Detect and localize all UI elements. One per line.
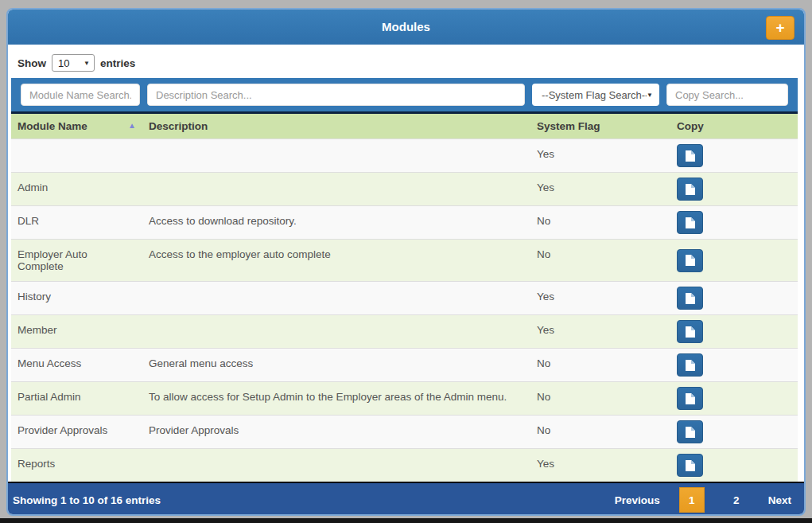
description-cell bbox=[142, 173, 530, 206]
chevron-down-icon: ▼ bbox=[84, 60, 90, 67]
system-flag-cell: Yes bbox=[530, 282, 670, 315]
file-icon bbox=[686, 150, 695, 162]
module-name-cell: Employer Auto Complete bbox=[11, 240, 142, 282]
show-entries-row: Show 10 ▼ entries bbox=[11, 45, 798, 78]
previous-page-button[interactable]: Previous bbox=[615, 494, 660, 506]
module-name-cell: Partial Admin bbox=[11, 382, 142, 416]
system-flag-cell: Yes bbox=[530, 173, 670, 206]
description-cell: To allow access for Setup Admin to the E… bbox=[142, 382, 530, 416]
module-name-cell: Admin bbox=[11, 173, 142, 206]
column-header-copy[interactable]: Copy bbox=[670, 114, 798, 139]
next-page-button[interactable]: Next bbox=[768, 494, 791, 506]
module-name-cell: History bbox=[11, 282, 142, 315]
description-cell bbox=[142, 139, 530, 173]
copy-cell bbox=[670, 349, 798, 382]
module-name-cell: Menu Access bbox=[11, 349, 142, 382]
filter-bar: --System Flag Search-- ▼ bbox=[11, 78, 798, 114]
file-icon bbox=[686, 293, 695, 304]
module-name-cell: Member bbox=[11, 315, 142, 349]
system-flag-select[interactable]: --System Flag Search-- ▼ bbox=[532, 84, 659, 106]
column-header-system-flag[interactable]: System Flag bbox=[530, 114, 670, 139]
table-row[interactable]: Menu Access General menu access No bbox=[11, 349, 798, 382]
show-entries-value: 10 bbox=[58, 57, 69, 69]
table-row[interactable]: History Yes bbox=[11, 282, 798, 315]
show-entries-select[interactable]: 10 ▼ bbox=[52, 54, 95, 72]
file-icon bbox=[686, 360, 695, 371]
screen-bottom-edge bbox=[0, 518, 812, 523]
description-cell: Access to download repository. bbox=[142, 206, 530, 240]
showing-entries-status: Showing 1 to 10 of 16 entries bbox=[13, 494, 615, 506]
copy-module-button[interactable] bbox=[677, 211, 703, 234]
table-row[interactable]: DLR Access to download repository. No bbox=[11, 206, 798, 240]
table-row[interactable]: Yes bbox=[11, 139, 798, 173]
description-cell: Access to the employer auto complete bbox=[142, 240, 530, 282]
copy-cell bbox=[670, 382, 798, 416]
column-header-description[interactable]: Description bbox=[142, 114, 530, 139]
copy-module-button[interactable] bbox=[677, 320, 703, 343]
panel-footer: Showing 1 to 10 of 16 entries Previous 1… bbox=[8, 482, 804, 516]
description-cell: General menu access bbox=[142, 349, 530, 382]
system-flag-cell: No bbox=[530, 349, 670, 382]
file-icon bbox=[686, 393, 695, 404]
table-body: Yes Admin Yes DLR Access to download rep… bbox=[11, 139, 798, 482]
copy-search-input[interactable] bbox=[666, 84, 788, 106]
module-name-cell: Provider Approvals bbox=[11, 416, 142, 449]
copy-module-button[interactable] bbox=[677, 387, 703, 410]
module-name-search-input[interactable] bbox=[21, 84, 140, 106]
table-row[interactable]: Employer Auto Complete Access to the emp… bbox=[11, 240, 798, 282]
table-row[interactable]: Partial Admin To allow access for Setup … bbox=[11, 382, 798, 416]
table-row[interactable]: Member Yes bbox=[11, 315, 798, 349]
copy-module-button[interactable] bbox=[677, 249, 703, 272]
show-entries-label-before: Show bbox=[17, 57, 46, 69]
description-search-input[interactable] bbox=[147, 84, 525, 106]
add-module-button[interactable]: + bbox=[766, 16, 795, 40]
chevron-down-icon: ▼ bbox=[647, 92, 653, 99]
table-row[interactable]: Reports Yes bbox=[11, 449, 798, 482]
copy-cell bbox=[670, 173, 798, 206]
module-name-cell: DLR bbox=[11, 206, 142, 240]
file-icon bbox=[686, 427, 695, 438]
sort-ascending-icon: ▲ bbox=[128, 121, 136, 130]
table-row[interactable]: Admin Yes bbox=[11, 173, 798, 206]
copy-module-button[interactable] bbox=[677, 287, 703, 310]
copy-cell bbox=[670, 315, 798, 349]
description-cell bbox=[142, 282, 530, 315]
copy-module-button[interactable] bbox=[677, 420, 703, 443]
file-icon bbox=[686, 217, 695, 228]
copy-cell bbox=[670, 240, 798, 282]
table-row[interactable]: Provider Approvals Provider Approvals No bbox=[11, 416, 798, 449]
file-icon bbox=[686, 460, 695, 471]
page-button-1[interactable]: 1 bbox=[679, 487, 705, 513]
system-flag-cell: No bbox=[530, 382, 670, 416]
system-flag-cell: No bbox=[530, 240, 670, 282]
system-flag-select-value: --System Flag Search-- bbox=[542, 89, 647, 101]
description-cell bbox=[142, 449, 530, 482]
modules-table: Module Name ▲ Description System Flag Co… bbox=[11, 114, 798, 482]
show-entries-label-after: entries bbox=[100, 57, 135, 69]
copy-module-button[interactable] bbox=[677, 144, 703, 167]
copy-cell bbox=[670, 282, 798, 315]
module-name-cell bbox=[11, 139, 142, 173]
file-icon bbox=[686, 255, 695, 266]
panel-header: Modules + bbox=[8, 10, 804, 45]
copy-module-button[interactable] bbox=[677, 178, 703, 201]
file-icon bbox=[686, 184, 695, 195]
description-cell bbox=[142, 315, 530, 349]
system-flag-cell: No bbox=[530, 206, 670, 240]
copy-cell bbox=[670, 206, 798, 240]
system-flag-cell: Yes bbox=[530, 315, 670, 349]
description-cell: Provider Approvals bbox=[142, 416, 530, 449]
file-icon bbox=[686, 326, 695, 338]
copy-module-button[interactable] bbox=[677, 454, 703, 477]
copy-cell bbox=[670, 449, 798, 482]
system-flag-cell: No bbox=[530, 416, 670, 449]
table-header-row: Module Name ▲ Description System Flag Co… bbox=[11, 114, 798, 139]
copy-cell bbox=[670, 139, 798, 173]
copy-module-button[interactable] bbox=[677, 353, 703, 377]
system-flag-cell: Yes bbox=[530, 139, 670, 173]
plus-icon: + bbox=[775, 19, 784, 36]
page-button-2[interactable]: 2 bbox=[724, 487, 749, 513]
copy-cell bbox=[670, 416, 798, 449]
column-header-module-name[interactable]: Module Name ▲ bbox=[11, 114, 142, 139]
page-title: Modules bbox=[8, 10, 804, 45]
